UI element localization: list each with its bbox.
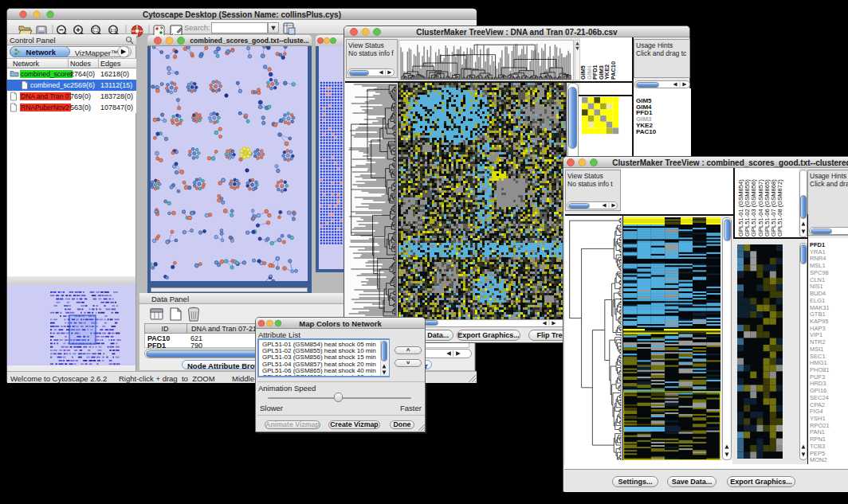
svg-text:GPL51-08 (GSM872): GPL51-08 (GSM872) <box>776 179 783 236</box>
svg-text:1:1: 1:1 <box>110 28 116 33</box>
svg-text:PAC10: PAC10 <box>610 61 617 80</box>
